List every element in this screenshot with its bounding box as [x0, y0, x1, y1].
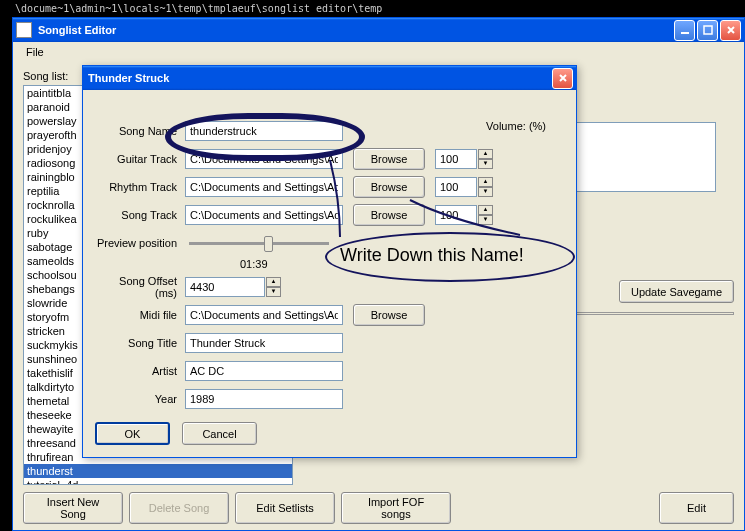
song-track-label: Song Track: [95, 209, 185, 221]
preview-position-label: Preview position: [95, 237, 185, 249]
preview-slider[interactable]: [189, 242, 329, 245]
song-browse-button[interactable]: Browse: [353, 204, 425, 226]
app-icon: [16, 22, 32, 38]
rhythm-browse-button[interactable]: Browse: [353, 176, 425, 198]
artist-label: Artist: [95, 365, 185, 377]
volume-label: Volume: (%): [486, 120, 546, 132]
list-item[interactable]: thunderst: [24, 464, 292, 478]
insert-new-song-button[interactable]: Insert New Song: [23, 492, 123, 524]
spinner-down-icon[interactable]: ▼: [478, 215, 493, 225]
song-title-input[interactable]: [185, 333, 343, 353]
rhythm-track-label: Rhythm Track: [95, 181, 185, 193]
preview-time-label: 01:39: [240, 258, 564, 270]
maximize-button[interactable]: [697, 20, 718, 41]
slider-thumb[interactable]: [264, 236, 273, 252]
svg-rect-0: [681, 32, 689, 34]
song-offset-input[interactable]: [185, 277, 265, 297]
guitar-volume-input[interactable]: [435, 149, 477, 169]
file-menu[interactable]: File: [18, 44, 52, 60]
midi-file-input[interactable]: [185, 305, 343, 325]
spinner-down-icon[interactable]: ▼: [478, 159, 493, 169]
song-edit-dialog: Thunder Struck Volume: (%) Song Name Gui…: [82, 65, 577, 458]
main-titlebar: Songlist Editor: [13, 18, 744, 42]
guitar-track-input[interactable]: [185, 149, 343, 169]
background-path: \docume~1\admin~1\locals~1\temp\tmplaeuf…: [15, 3, 382, 14]
spinner-down-icon[interactable]: ▼: [266, 287, 281, 297]
song-name-input[interactable]: [185, 121, 343, 141]
songlist-label: Song list:: [23, 70, 68, 82]
dialog-close-button[interactable]: [552, 68, 573, 89]
edit-setlists-button[interactable]: Edit Setlists: [235, 492, 335, 524]
guitar-track-label: Guitar Track: [95, 153, 185, 165]
close-button[interactable]: [720, 20, 741, 41]
artist-input[interactable]: [185, 361, 343, 381]
spinner-down-icon[interactable]: ▼: [478, 187, 493, 197]
song-name-label: Song Name: [95, 125, 185, 137]
song-track-input[interactable]: [185, 205, 343, 225]
cancel-button[interactable]: Cancel: [182, 422, 257, 445]
song-offset-label: Song Offset (ms): [95, 275, 185, 299]
import-fof-songs-button[interactable]: Import FOF songs: [341, 492, 451, 524]
year-input[interactable]: [185, 389, 343, 409]
volume-panel: [556, 122, 716, 192]
rhythm-volume-input[interactable]: [435, 177, 477, 197]
spinner-up-icon[interactable]: ▲: [478, 205, 493, 215]
song-title-label: Song Title: [95, 337, 185, 349]
svg-rect-1: [704, 26, 712, 34]
dialog-title: Thunder Struck: [86, 72, 552, 84]
delete-song-button[interactable]: Delete Song: [129, 492, 229, 524]
menubar: File: [13, 42, 744, 62]
midi-file-label: Midi file: [95, 309, 185, 321]
dialog-titlebar: Thunder Struck: [83, 66, 576, 90]
minimize-button[interactable]: [674, 20, 695, 41]
rhythm-track-input[interactable]: [185, 177, 343, 197]
edit-button[interactable]: Edit: [659, 492, 734, 524]
window-title: Songlist Editor: [36, 24, 674, 36]
update-savegame-button[interactable]: Update Savegame: [619, 280, 734, 303]
bottom-button-bar: Insert New Song Delete Song Edit Setlist…: [23, 492, 734, 524]
spinner-up-icon[interactable]: ▲: [266, 277, 281, 287]
list-item[interactable]: tutorial_4d: [24, 478, 292, 485]
midi-browse-button[interactable]: Browse: [353, 304, 425, 326]
song-volume-input[interactable]: [435, 205, 477, 225]
ok-button[interactable]: OK: [95, 422, 170, 445]
spinner-up-icon[interactable]: ▲: [478, 149, 493, 159]
spinner-up-icon[interactable]: ▲: [478, 177, 493, 187]
year-label: Year: [95, 393, 185, 405]
guitar-browse-button[interactable]: Browse: [353, 148, 425, 170]
